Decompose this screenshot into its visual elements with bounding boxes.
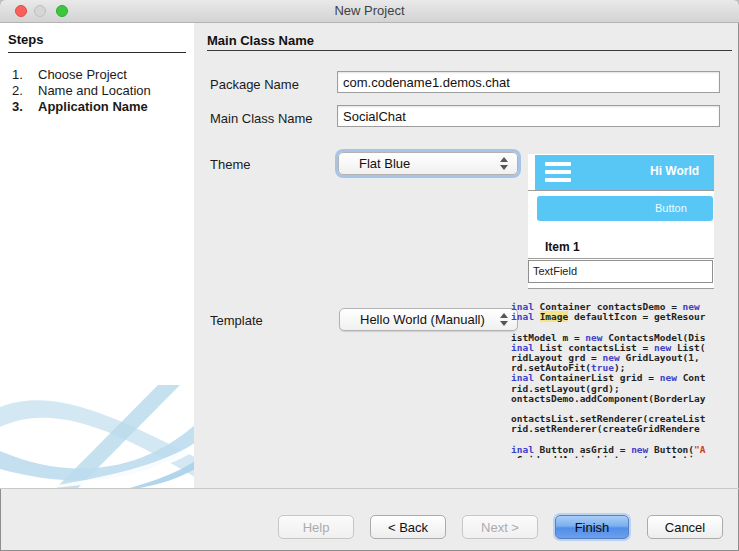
step-choose-project: 1. Choose Project bbox=[0, 67, 194, 83]
cancel-button[interactable]: Cancel bbox=[647, 515, 723, 539]
template-dropdown[interactable]: Hello World (Manuall) bbox=[339, 308, 518, 331]
theme-label: Theme bbox=[210, 157, 250, 172]
step-application-name: 3. Application Name bbox=[0, 99, 194, 115]
package-name-input[interactable] bbox=[337, 71, 720, 93]
preview-button: Button bbox=[537, 196, 713, 221]
footer-separator bbox=[0, 488, 739, 489]
steps-rule bbox=[8, 52, 186, 53]
step-name-and-location: 2. Name and Location bbox=[0, 83, 194, 99]
stepper-arrows-icon bbox=[500, 313, 508, 326]
code-preview: inal Container contactsDemo = newinal Im… bbox=[511, 302, 739, 458]
steps-panel: Steps 1. Choose Project 2. Name and Loca… bbox=[0, 23, 194, 488]
finish-button[interactable]: Finish bbox=[555, 515, 629, 539]
main-class-name-label: Main Class Name bbox=[210, 111, 313, 126]
steps-list: 1. Choose Project 2. Name and Location 3… bbox=[0, 67, 194, 115]
hamburger-menu-icon bbox=[545, 162, 571, 183]
preview-title: Hi World bbox=[650, 164, 699, 178]
theme-dropdown[interactable]: Flat Blue bbox=[338, 152, 518, 175]
titlebar: New Project bbox=[0, 0, 739, 23]
package-name-label: Package Name bbox=[210, 77, 299, 92]
back-button[interactable]: < Back bbox=[370, 515, 446, 539]
template-selected-value: Hello World (Manuall) bbox=[360, 312, 485, 327]
steps-heading: Steps bbox=[8, 32, 43, 47]
template-label: Template bbox=[210, 313, 263, 328]
section-title: Main Class Name bbox=[207, 33, 314, 48]
theme-preview: Hi World Button Item 1 TextField bbox=[528, 154, 714, 289]
section-rule bbox=[207, 50, 732, 51]
window-title: New Project bbox=[0, 3, 739, 18]
theme-selected-value: Flat Blue bbox=[359, 156, 410, 171]
new-project-dialog: New Project Steps 1. Choose Project 2. N… bbox=[0, 0, 739, 551]
preview-textfield: TextField bbox=[528, 260, 713, 283]
main-class-name-input[interactable] bbox=[337, 105, 720, 127]
help-button[interactable]: Help bbox=[278, 515, 354, 539]
preview-list-item: Item 1 bbox=[545, 240, 580, 254]
stepper-arrows-icon bbox=[500, 157, 508, 170]
next-button[interactable]: Next > bbox=[462, 515, 538, 539]
decorative-swoosh bbox=[0, 385, 194, 488]
